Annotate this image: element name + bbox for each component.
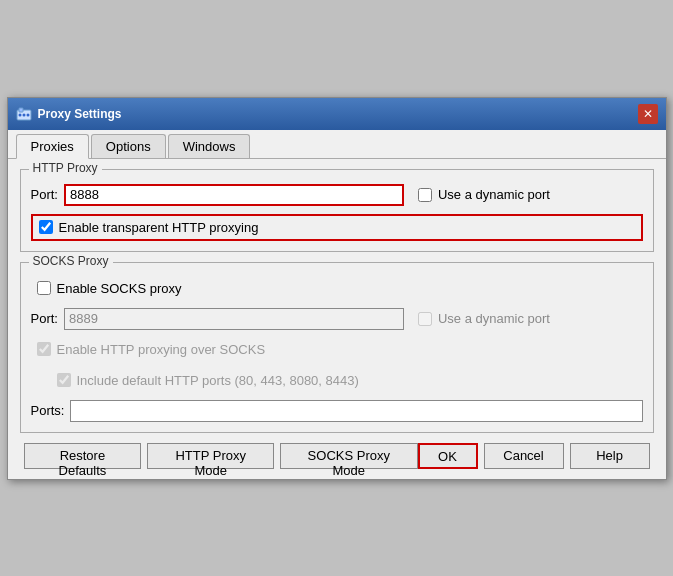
tab-windows[interactable]: Windows — [168, 134, 251, 158]
svg-point-2 — [18, 113, 21, 116]
enable-transparent-label: Enable transparent HTTP proxying — [59, 220, 259, 235]
http-dynamic-port-label: Use a dynamic port — [438, 187, 550, 202]
socks-port-input[interactable] — [64, 308, 404, 330]
http-port-label: Port: — [31, 187, 58, 202]
enable-http-over-socks-label: Enable HTTP proxying over SOCKS — [57, 342, 266, 357]
title-bar: Proxy Settings ✕ — [8, 98, 666, 130]
socks-dynamic-port-checkbox[interactable] — [418, 312, 432, 326]
proxy-settings-dialog: Proxy Settings ✕ Proxies Options Windows… — [7, 97, 667, 480]
socks-ports-input[interactable] — [70, 400, 642, 422]
enable-http-over-socks-checkbox[interactable] — [37, 342, 51, 356]
restore-defaults-button[interactable]: Restore Defaults — [24, 443, 142, 469]
cancel-button[interactable]: Cancel — [484, 443, 564, 469]
http-port-input[interactable] — [64, 184, 404, 206]
http-proxy-label: HTTP Proxy — [29, 161, 102, 175]
socks-proxy-mode-button[interactable]: SOCKS Proxy Mode — [280, 443, 417, 469]
title-text: Proxy Settings — [38, 107, 122, 121]
http-dynamic-port-checkbox[interactable] — [418, 188, 432, 202]
enable-transparent-http-row: Enable transparent HTTP proxying — [31, 214, 643, 241]
svg-point-4 — [26, 113, 29, 116]
socks-ports-label: Ports: — [31, 403, 65, 418]
socks-port-label: Port: — [31, 311, 58, 326]
content-area: HTTP Proxy Port: Use a dynamic port Enab… — [8, 159, 666, 479]
enable-transparent-checkbox[interactable] — [39, 220, 53, 234]
tab-bar: Proxies Options Windows — [8, 130, 666, 159]
button-group-left: Restore Defaults HTTP Proxy Mode SOCKS P… — [24, 443, 418, 469]
enable-socks-row: Enable SOCKS proxy — [31, 277, 643, 300]
enable-socks-checkbox[interactable] — [37, 281, 51, 295]
socks-proxy-label: SOCKS Proxy — [29, 254, 113, 268]
proxy-icon — [16, 106, 32, 122]
help-button[interactable]: Help — [570, 443, 650, 469]
http-proxy-group: HTTP Proxy Port: Use a dynamic port Enab… — [20, 169, 654, 252]
title-bar-left: Proxy Settings — [16, 106, 122, 122]
tab-proxies[interactable]: Proxies — [16, 134, 89, 159]
socks-proxy-group: SOCKS Proxy Enable SOCKS proxy Port: Use… — [20, 262, 654, 433]
socks-port-row: Port: Use a dynamic port — [31, 308, 643, 330]
enable-socks-label: Enable SOCKS proxy — [57, 281, 182, 296]
tab-options[interactable]: Options — [91, 134, 166, 158]
socks-ports-row: Ports: — [31, 400, 643, 422]
http-port-row: Port: Use a dynamic port — [31, 184, 643, 206]
socks-dynamic-port-row: Use a dynamic port — [418, 311, 550, 326]
socks-dynamic-port-label: Use a dynamic port — [438, 311, 550, 326]
button-row: Restore Defaults HTTP Proxy Mode SOCKS P… — [20, 443, 654, 469]
svg-point-3 — [22, 113, 25, 116]
button-group-right: OK Cancel Help — [418, 443, 650, 469]
include-default-ports-label: Include default HTTP ports (80, 443, 808… — [77, 373, 359, 388]
svg-rect-1 — [19, 108, 23, 112]
enable-http-over-socks-row: Enable HTTP proxying over SOCKS — [31, 338, 643, 361]
http-dynamic-port-row: Use a dynamic port — [418, 187, 550, 202]
http-proxy-mode-button[interactable]: HTTP Proxy Mode — [147, 443, 274, 469]
include-default-ports-checkbox[interactable] — [57, 373, 71, 387]
include-default-ports-row: Include default HTTP ports (80, 443, 808… — [51, 369, 643, 392]
ok-button[interactable]: OK — [418, 443, 478, 469]
close-button[interactable]: ✕ — [638, 104, 658, 124]
